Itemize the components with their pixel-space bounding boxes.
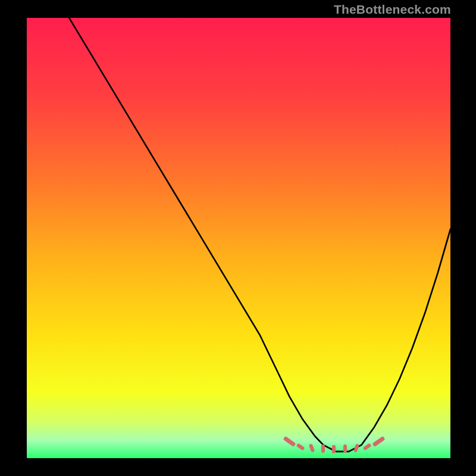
plot-area — [27, 18, 450, 458]
flat-zone-dash — [321, 444, 325, 453]
curve-path — [69, 18, 450, 452]
chart-frame: TheBottleneck.com — [0, 0, 476, 476]
flat-zone-dash — [332, 445, 336, 453]
watermark-text: TheBottleneck.com — [334, 2, 451, 17]
flat-zone-dash — [343, 444, 347, 453]
bottleneck-curve — [27, 18, 450, 458]
